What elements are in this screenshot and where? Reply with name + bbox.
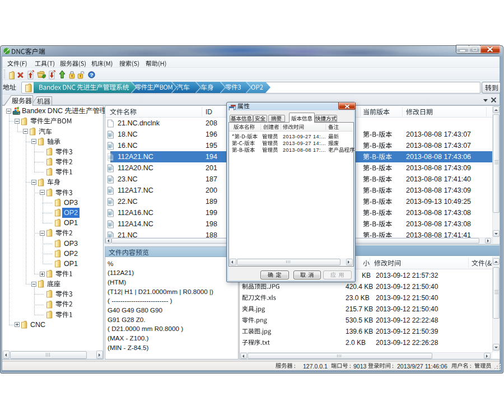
svg-text:?: ?	[90, 72, 94, 78]
